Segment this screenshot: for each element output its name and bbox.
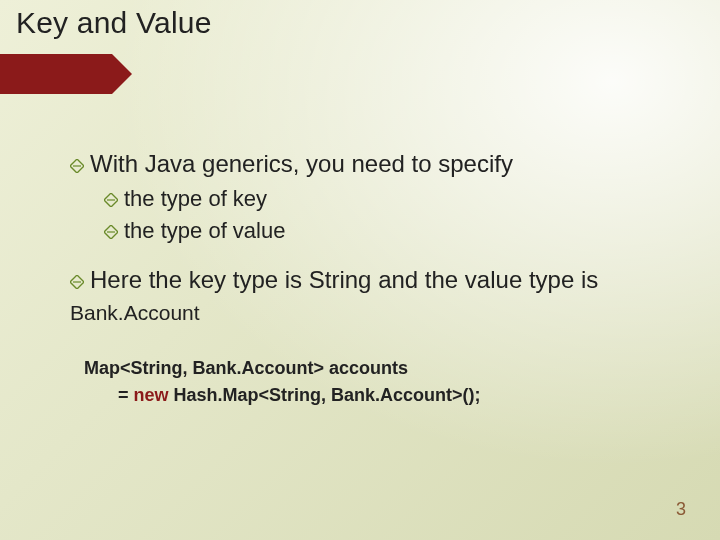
slide-title: Key and Value <box>16 6 212 40</box>
bullet-text: Here the key type is String and the valu… <box>90 266 598 293</box>
diamond-bullet-icon <box>104 193 118 207</box>
code-text: Hash.Map<String, Bank.Account>(); <box>169 385 481 405</box>
bullet-level1: With Java generics, you need to specify <box>70 148 690 180</box>
diamond-bullet-icon <box>104 225 118 239</box>
bullet-level1: Here the key type is String and the valu… <box>70 264 690 329</box>
code-line: Map<String, Bank.Account> accounts <box>84 355 690 383</box>
bullet-text: With Java generics, you need to specify <box>90 150 513 177</box>
code-line: = new Hash.Map<String, Bank.Account>(); <box>118 382 690 410</box>
slide-body: With Java generics, you need to specify … <box>70 148 690 410</box>
bullet-text: the type of key <box>124 186 267 211</box>
inline-code: Bank.Account <box>70 301 200 324</box>
diamond-bullet-icon <box>70 275 84 289</box>
diamond-bullet-icon <box>70 159 84 173</box>
accent-ribbon <box>0 54 112 94</box>
bullet-level2: the type of key <box>104 184 690 214</box>
code-block: Map<String, Bank.Account> accounts = new… <box>84 355 690 411</box>
bullet-text: the type of value <box>124 218 285 243</box>
bullet-level2: the type of value <box>104 216 690 246</box>
page-number: 3 <box>676 499 686 520</box>
keyword-new: new <box>134 385 169 405</box>
code-text: = <box>118 385 134 405</box>
